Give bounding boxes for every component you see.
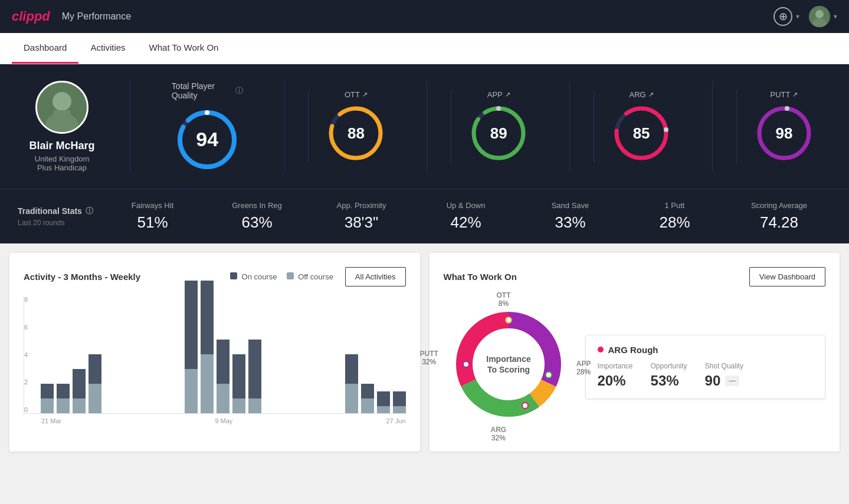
- bottom-section: Activity - 3 Months - Weekly On course O…: [0, 243, 849, 461]
- top-nav: clippd My Performance ⊕ ▾ ▾: [0, 0, 849, 33]
- nav-left: clippd My Performance: [12, 9, 131, 24]
- stat-greens-in-reg: Greens In Reg 63%: [205, 201, 309, 232]
- bar-chart: 0 2 4 6 8: [24, 296, 406, 414]
- bar-off-1: [41, 398, 54, 413]
- tab-activities[interactable]: Activities: [78, 33, 137, 64]
- stat-putt-value: 28%: [659, 213, 690, 232]
- stat-fairways-hit-value: 51%: [137, 213, 168, 232]
- bar-off-2: [57, 398, 70, 413]
- stat-scoring-label: Scoring Average: [751, 201, 807, 210]
- logo: clippd: [12, 9, 50, 24]
- stat-fairways-hit: Fairways Hit 51%: [100, 201, 205, 232]
- putt-label-text: PUTT: [420, 350, 438, 358]
- activity-legend-area: On course Off course All Activities: [230, 267, 406, 286]
- stat-sand-label: Sand Save: [552, 201, 589, 210]
- stat-up-down-value: 42%: [450, 213, 481, 232]
- shot-quality-row: 90 —: [705, 373, 743, 389]
- detail-box: ARG Rough Importance 20% Opportunity 53%…: [585, 335, 826, 399]
- stat-sand-value: 33%: [555, 213, 585, 232]
- bar-on-3: [73, 369, 86, 398]
- y-label-8: 8: [24, 296, 28, 303]
- arg-arrow-icon: ↗: [648, 91, 654, 98]
- metric-putt: PUTT ↗ 98: [736, 90, 831, 163]
- app-gauge: 89: [469, 104, 528, 163]
- detail-shot-quality: Shot Quality 90 —: [705, 362, 743, 389]
- work-card: What To Work On View Dashboard OTT 8% AP…: [430, 253, 840, 452]
- svg-text:To Scoring: To Scoring: [487, 365, 529, 374]
- ott-label: OTT ↗: [345, 90, 368, 99]
- ott-gauge: 88: [326, 104, 385, 163]
- bar-on-2: [57, 384, 70, 398]
- bar-off-3: [73, 398, 86, 413]
- work-content: OTT 8% APP 28% ARG 32% PUTT 32%: [444, 296, 826, 437]
- metric-ott: OTT ↗ 88: [308, 90, 403, 163]
- y-label-0: 0: [24, 406, 28, 413]
- total-quality-block: Total Player Quality ⓘ 94: [154, 81, 261, 172]
- svg-point-29: [546, 372, 552, 378]
- app-arrow-icon: ↗: [505, 91, 510, 98]
- total-quality-value: 94: [196, 128, 218, 151]
- add-chevron-icon: ▾: [796, 12, 799, 21]
- arg-pct-text: 32%: [491, 434, 507, 442]
- add-button-group[interactable]: ⊕ ▾: [773, 7, 799, 26]
- stat-scoring-avg: Scoring Average 74.28: [727, 201, 831, 232]
- bar-off-6: [201, 354, 214, 413]
- activity-card: Activity - 3 Months - Weekly On course O…: [9, 253, 420, 452]
- view-dashboard-button[interactable]: View Dashboard: [749, 267, 825, 286]
- off-course-dot: [287, 272, 294, 279]
- player-avatar: [35, 81, 88, 134]
- bar-2: [57, 384, 70, 413]
- svg-point-9: [205, 110, 209, 115]
- svg-rect-6: [53, 110, 71, 128]
- arg-value: 85: [633, 124, 650, 143]
- activity-card-header: Activity - 3 Months - Weekly On course O…: [24, 267, 406, 286]
- tab-dashboard[interactable]: Dashboard: [12, 33, 78, 64]
- svg-point-30: [522, 403, 528, 409]
- svg-point-1: [815, 10, 824, 18]
- bar-off-5: [185, 369, 198, 413]
- traditional-stats-info-icon[interactable]: ⓘ: [86, 206, 93, 216]
- bar-off-13: [393, 406, 406, 413]
- shot-quality-badge: —: [725, 375, 739, 386]
- activity-chart-title: Activity - 3 Months - Weekly: [24, 272, 140, 282]
- svg-point-14: [496, 106, 501, 111]
- stat-putt-label: 1 Putt: [665, 201, 685, 210]
- player-info: Blair McHarg United Kingdom Plus Handica…: [18, 81, 106, 172]
- info-icon[interactable]: ⓘ: [235, 85, 243, 96]
- metric-arg: ARG ↗ 85: [594, 90, 689, 163]
- bar-10: [345, 354, 358, 413]
- divider-4: [569, 81, 570, 172]
- bar-12: [377, 391, 390, 413]
- player-country: United Kingdom: [35, 154, 90, 163]
- bar-6: [201, 281, 214, 413]
- bar-9: [248, 340, 261, 413]
- importance-value: 20%: [598, 373, 633, 389]
- bar-1: [41, 384, 54, 413]
- bar-off-4: [88, 384, 101, 413]
- bar-on-9: [248, 340, 261, 398]
- all-activities-button[interactable]: All Activities: [345, 267, 406, 286]
- svg-point-17: [664, 127, 668, 132]
- bar-on-8: [232, 354, 245, 398]
- detail-opportunity: Opportunity 53%: [651, 362, 687, 389]
- avatar[interactable]: [809, 6, 830, 27]
- hero-section: Blair McHarg United Kingdom Plus Handica…: [0, 64, 849, 189]
- arg-label: ARG ↗: [630, 90, 654, 99]
- donut-svg: Importance To Scoring: [450, 305, 568, 423]
- bar-11: [361, 384, 374, 413]
- hero-inner: Blair McHarg United Kingdom Plus Handica…: [18, 81, 831, 172]
- player-handicap: Plus Handicap: [37, 163, 87, 172]
- donut-label-app: APP 28%: [576, 360, 591, 376]
- add-button[interactable]: ⊕: [773, 7, 792, 26]
- divider-5: [712, 81, 713, 172]
- work-card-title: What To Work On: [444, 272, 517, 282]
- user-menu[interactable]: ▾: [809, 6, 837, 27]
- arg-gauge: 85: [612, 104, 671, 163]
- stat-app-proximity: App. Proximity 38'3": [309, 201, 414, 232]
- bar-3: [73, 369, 86, 413]
- tab-what-to-work-on[interactable]: What To Work On: [137, 33, 231, 64]
- detail-dot: [598, 347, 604, 353]
- bar-on-5: [185, 281, 198, 369]
- nav-title: My Performance: [62, 11, 131, 22]
- putt-gauge: 98: [755, 104, 814, 163]
